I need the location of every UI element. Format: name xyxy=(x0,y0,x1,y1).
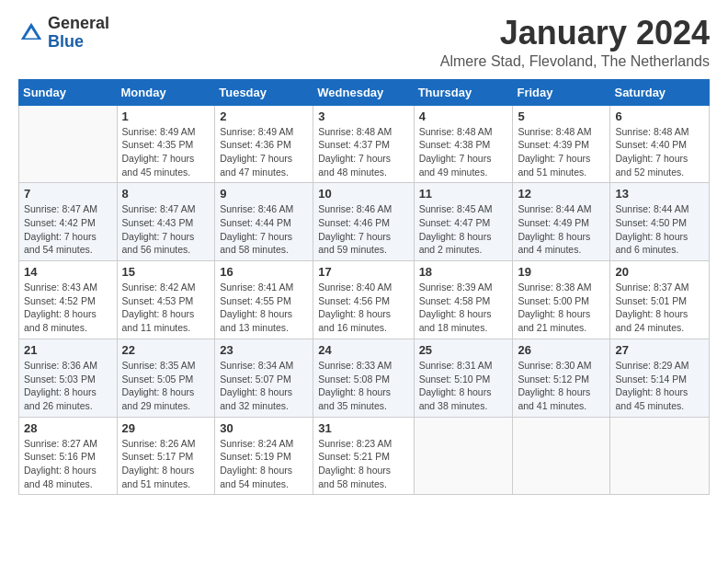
header: General Blue January 2024 Almere Stad, F… xyxy=(18,15,710,70)
day-number: 10 xyxy=(318,187,408,201)
calendar-cell: 19Sunrise: 8:38 AM Sunset: 5:00 PM Dayli… xyxy=(513,261,610,339)
calendar-cell: 24Sunrise: 8:33 AM Sunset: 5:08 PM Dayli… xyxy=(313,339,414,417)
day-of-week-header: Friday xyxy=(513,79,610,105)
calendar-cell: 18Sunrise: 8:39 AM Sunset: 4:58 PM Dayli… xyxy=(414,261,513,339)
day-number: 11 xyxy=(419,187,508,201)
day-number: 16 xyxy=(220,265,308,279)
day-info: Sunrise: 8:47 AM Sunset: 4:43 PM Dayligh… xyxy=(122,202,210,257)
day-info: Sunrise: 8:39 AM Sunset: 4:58 PM Dayligh… xyxy=(419,281,508,335)
calendar-cell: 27Sunrise: 8:29 AM Sunset: 5:14 PM Dayli… xyxy=(610,339,710,417)
day-info: Sunrise: 8:46 AM Sunset: 4:46 PM Dayligh… xyxy=(318,202,408,257)
day-of-week-header: Monday xyxy=(117,79,215,105)
calendar-cell: 25Sunrise: 8:31 AM Sunset: 5:10 PM Dayli… xyxy=(414,339,513,417)
day-info: Sunrise: 8:49 AM Sunset: 4:36 PM Dayligh… xyxy=(220,125,308,179)
calendar-cell: 3Sunrise: 8:48 AM Sunset: 4:37 PM Daylig… xyxy=(313,105,414,183)
day-number: 15 xyxy=(122,265,210,279)
day-number: 26 xyxy=(518,343,605,357)
calendar-cell: 15Sunrise: 8:42 AM Sunset: 4:53 PM Dayli… xyxy=(117,261,215,339)
calendar-cell: 16Sunrise: 8:41 AM Sunset: 4:55 PM Dayli… xyxy=(215,261,313,339)
location-title: Almere Stad, Flevoland, The Netherlands xyxy=(440,53,710,70)
calendar-week-row: 1Sunrise: 8:49 AM Sunset: 4:35 PM Daylig… xyxy=(19,105,710,183)
day-number: 28 xyxy=(24,421,112,435)
day-number: 7 xyxy=(24,187,112,201)
day-info: Sunrise: 8:48 AM Sunset: 4:40 PM Dayligh… xyxy=(615,125,704,179)
month-title: January 2024 xyxy=(440,15,710,52)
day-info: Sunrise: 8:30 AM Sunset: 5:12 PM Dayligh… xyxy=(518,359,605,413)
calendar-cell: 20Sunrise: 8:37 AM Sunset: 5:01 PM Dayli… xyxy=(610,261,710,339)
day-info: Sunrise: 8:37 AM Sunset: 5:01 PM Dayligh… xyxy=(615,281,704,335)
title-area: January 2024 Almere Stad, Flevoland, The… xyxy=(440,15,710,70)
day-info: Sunrise: 8:33 AM Sunset: 5:08 PM Dayligh… xyxy=(318,359,408,413)
day-info: Sunrise: 8:47 AM Sunset: 4:42 PM Dayligh… xyxy=(24,202,112,257)
calendar-cell: 7Sunrise: 8:47 AM Sunset: 4:42 PM Daylig… xyxy=(19,183,118,261)
day-info: Sunrise: 8:48 AM Sunset: 4:37 PM Dayligh… xyxy=(318,125,408,179)
calendar-cell: 4Sunrise: 8:48 AM Sunset: 4:38 PM Daylig… xyxy=(414,105,513,183)
calendar-cell: 6Sunrise: 8:48 AM Sunset: 4:40 PM Daylig… xyxy=(610,105,710,183)
day-info: Sunrise: 8:35 AM Sunset: 5:05 PM Dayligh… xyxy=(122,359,210,413)
calendar-cell xyxy=(513,417,610,495)
logo-blue-text: Blue xyxy=(48,32,84,51)
calendar-cell xyxy=(414,417,513,495)
day-of-week-header: Wednesday xyxy=(313,79,414,105)
calendar-cell: 30Sunrise: 8:24 AM Sunset: 5:19 PM Dayli… xyxy=(215,417,313,495)
logo-icon xyxy=(18,20,44,46)
day-number: 9 xyxy=(220,187,308,201)
day-info: Sunrise: 8:29 AM Sunset: 5:14 PM Dayligh… xyxy=(615,359,704,413)
day-number: 18 xyxy=(419,265,508,279)
day-info: Sunrise: 8:27 AM Sunset: 5:16 PM Dayligh… xyxy=(24,437,112,491)
day-number: 13 xyxy=(615,187,704,201)
day-number: 4 xyxy=(419,109,508,123)
day-number: 25 xyxy=(419,343,508,357)
day-number: 31 xyxy=(318,421,408,435)
calendar-cell: 21Sunrise: 8:36 AM Sunset: 5:03 PM Dayli… xyxy=(19,339,118,417)
day-number: 27 xyxy=(615,343,704,357)
day-number: 2 xyxy=(220,109,308,123)
day-number: 6 xyxy=(615,109,704,123)
day-number: 8 xyxy=(122,187,210,201)
calendar-cell: 10Sunrise: 8:46 AM Sunset: 4:46 PM Dayli… xyxy=(313,183,414,261)
day-info: Sunrise: 8:23 AM Sunset: 5:21 PM Dayligh… xyxy=(318,437,408,491)
calendar-cell: 1Sunrise: 8:49 AM Sunset: 4:35 PM Daylig… xyxy=(117,105,215,183)
calendar-cell: 23Sunrise: 8:34 AM Sunset: 5:07 PM Dayli… xyxy=(215,339,313,417)
calendar-cell xyxy=(610,417,710,495)
calendar-cell: 17Sunrise: 8:40 AM Sunset: 4:56 PM Dayli… xyxy=(313,261,414,339)
day-info: Sunrise: 8:43 AM Sunset: 4:52 PM Dayligh… xyxy=(24,281,112,335)
calendar-cell: 9Sunrise: 8:46 AM Sunset: 4:44 PM Daylig… xyxy=(215,183,313,261)
day-info: Sunrise: 8:36 AM Sunset: 5:03 PM Dayligh… xyxy=(24,359,112,413)
logo: General Blue xyxy=(18,15,109,52)
day-info: Sunrise: 8:44 AM Sunset: 4:50 PM Dayligh… xyxy=(615,202,704,257)
calendar-cell: 2Sunrise: 8:49 AM Sunset: 4:36 PM Daylig… xyxy=(215,105,313,183)
day-number: 21 xyxy=(24,343,112,357)
calendar-week-row: 28Sunrise: 8:27 AM Sunset: 5:16 PM Dayli… xyxy=(19,417,710,495)
day-number: 17 xyxy=(318,265,408,279)
day-number: 23 xyxy=(220,343,308,357)
calendar-cell: 22Sunrise: 8:35 AM Sunset: 5:05 PM Dayli… xyxy=(117,339,215,417)
day-number: 12 xyxy=(518,187,605,201)
day-of-week-header: Sunday xyxy=(19,79,118,105)
calendar-week-row: 7Sunrise: 8:47 AM Sunset: 4:42 PM Daylig… xyxy=(19,183,710,261)
logo-general-text: General xyxy=(48,15,109,33)
calendar-table: SundayMondayTuesdayWednesdayThursdayFrid… xyxy=(18,79,710,496)
calendar-week-row: 14Sunrise: 8:43 AM Sunset: 4:52 PM Dayli… xyxy=(19,261,710,339)
day-info: Sunrise: 8:40 AM Sunset: 4:56 PM Dayligh… xyxy=(318,281,408,335)
day-info: Sunrise: 8:42 AM Sunset: 4:53 PM Dayligh… xyxy=(122,281,210,335)
day-info: Sunrise: 8:49 AM Sunset: 4:35 PM Dayligh… xyxy=(122,125,210,179)
day-info: Sunrise: 8:26 AM Sunset: 5:17 PM Dayligh… xyxy=(122,437,210,491)
calendar-cell: 29Sunrise: 8:26 AM Sunset: 5:17 PM Dayli… xyxy=(117,417,215,495)
day-header-row: SundayMondayTuesdayWednesdayThursdayFrid… xyxy=(19,79,710,105)
calendar-cell: 12Sunrise: 8:44 AM Sunset: 4:49 PM Dayli… xyxy=(513,183,610,261)
calendar-cell: 5Sunrise: 8:48 AM Sunset: 4:39 PM Daylig… xyxy=(513,105,610,183)
day-number: 24 xyxy=(318,343,408,357)
calendar-cell: 11Sunrise: 8:45 AM Sunset: 4:47 PM Dayli… xyxy=(414,183,513,261)
calendar-cell: 28Sunrise: 8:27 AM Sunset: 5:16 PM Dayli… xyxy=(19,417,118,495)
day-number: 20 xyxy=(615,265,704,279)
day-info: Sunrise: 8:48 AM Sunset: 4:38 PM Dayligh… xyxy=(419,125,508,179)
day-number: 22 xyxy=(122,343,210,357)
day-number: 3 xyxy=(318,109,408,123)
day-of-week-header: Thursday xyxy=(414,79,513,105)
day-info: Sunrise: 8:34 AM Sunset: 5:07 PM Dayligh… xyxy=(220,359,308,413)
calendar-cell: 26Sunrise: 8:30 AM Sunset: 5:12 PM Dayli… xyxy=(513,339,610,417)
day-number: 30 xyxy=(220,421,308,435)
day-of-week-header: Saturday xyxy=(610,79,710,105)
day-number: 14 xyxy=(24,265,112,279)
